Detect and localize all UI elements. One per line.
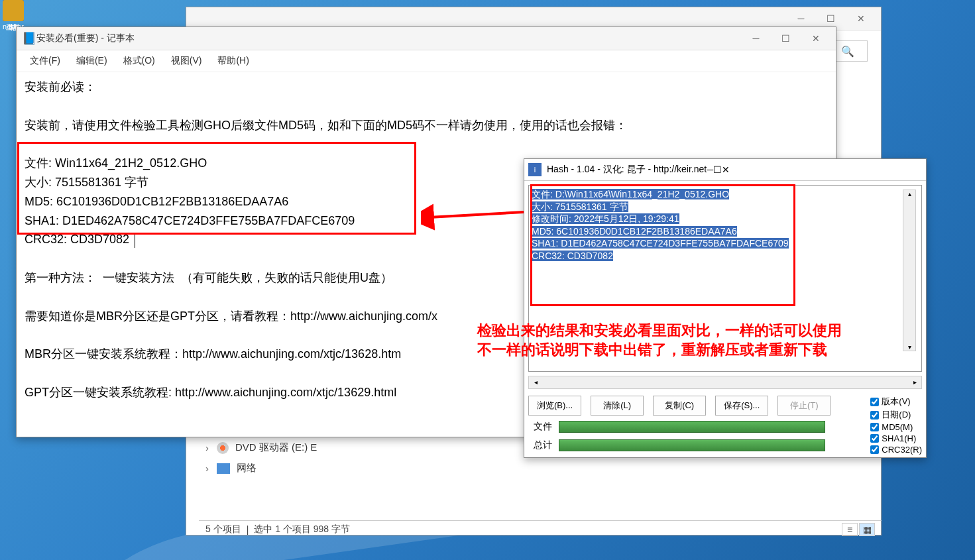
check-crc32[interactable]: CRC32(R) (870, 445, 922, 455)
close-button[interactable]: ✕ (722, 164, 730, 175)
stop-button[interactable]: 停止(T) (777, 396, 831, 416)
text-pre: 安装前必读： 安装前，请使用文件检验工具检测GHO后缀文件MD5码，如和下面的M… (25, 80, 627, 132)
explorer-statusbar: 5 个项目 | 选中 1 个项目 998 字节 ≡ ▦ (199, 520, 882, 538)
hash-line-sha1: SHA1: D1ED462A758C47CE724D3FFE755BA7FDAF… (532, 238, 789, 249)
close-button[interactable]: ✕ (846, 9, 876, 28)
tree-label: DVD 驱动器 (E:) E (235, 441, 317, 454)
hash-window: i Hash - 1.04 - 汉化: 昆子 - http://keir.net… (524, 158, 927, 458)
hash-result-area[interactable]: 文件: D:\Win11x64\Win11x64_21H2_0512.GHO 大… (528, 185, 922, 372)
minimize-button[interactable]: ─ (741, 28, 771, 48)
text-file-block: 文件: Win11x64_21H2_0512.GHO 大小: 751558136… (25, 156, 355, 246)
maximize-button[interactable]: ☐ (816, 9, 846, 28)
tree-label: 网络 (237, 462, 257, 475)
hash-line-crc32: CRC32: CD3D7082 (532, 251, 613, 261)
clear-button[interactable]: 清除(L) (591, 396, 644, 416)
progress-file-label: 文件 (534, 421, 552, 433)
check-version[interactable]: 版本(V) (870, 396, 922, 408)
network-icon (217, 463, 230, 474)
save-button[interactable]: 保存(S)... (715, 396, 768, 416)
minimize-button[interactable]: ─ (786, 9, 816, 28)
maximize-button[interactable]: ☐ (771, 28, 801, 48)
menu-view[interactable]: 视图(V) (163, 53, 210, 69)
progress-total-bar (559, 439, 825, 451)
view-list-icon[interactable]: ≡ (842, 523, 858, 536)
dvd-icon (217, 442, 229, 454)
menu-format[interactable]: 格式(O) (115, 53, 163, 69)
item-count: 5 个项目 (205, 524, 241, 535)
tree-item-network[interactable]: › 网络 (199, 458, 323, 478)
check-md5[interactable]: MD5(M) (870, 422, 922, 432)
browse-button[interactable]: 浏览(B)... (528, 396, 581, 416)
notepad-titlebar[interactable]: 📘 安装必看(重要) - 记事本 ─ ☐ ✕ (17, 27, 836, 50)
scrollbar-vertical[interactable]: ▴ ▾ (903, 190, 916, 351)
text-post: 第一种方法： 一键安装方法 （有可能失败，失败的话只能使用U盘） 需要知道你是M… (25, 271, 437, 399)
menu-help[interactable]: 帮助(H) (209, 53, 257, 69)
explorer-tree: › DVD 驱动器 (E:) E › 网络 (199, 437, 323, 478)
window-title: Hash - 1.04 - 汉化: 昆子 - http://keir.net (547, 164, 707, 176)
menu-file[interactable]: 文件(F) (22, 53, 68, 69)
chevron-right-icon[interactable]: › (205, 442, 209, 453)
view-grid-icon[interactable]: ▦ (859, 523, 875, 536)
check-sha1[interactable]: SHA1(H) (870, 433, 922, 443)
hash-line-md5: MD5: 6C101936D0D1CB12F2BB13186EDAA7A6 (532, 226, 737, 237)
check-date[interactable]: 日期(D) (870, 409, 922, 421)
minimize-button[interactable]: ─ (707, 164, 713, 175)
progress-total-label: 总计 (534, 439, 552, 451)
hash-titlebar[interactable]: i Hash - 1.04 - 汉化: 昆子 - http://keir.net… (524, 159, 926, 181)
selection-info: 选中 1 个项目 998 字节 (254, 524, 350, 535)
window-title: 安装必看(重要) - 记事本 (36, 32, 741, 44)
notepad-menubar: 文件(F) 编辑(E) 格式(O) 视图(V) 帮助(H) (17, 50, 836, 72)
progress-file-bar (559, 421, 825, 433)
maximize-button[interactable]: ☐ (713, 164, 722, 175)
search-icon[interactable]: 🔍 (841, 45, 854, 58)
hash-app-icon: i (528, 163, 542, 176)
close-button[interactable]: ✕ (801, 28, 831, 48)
chevron-right-icon[interactable]: › (205, 463, 209, 474)
notepad-icon: 📘 (22, 31, 36, 46)
text-caret (135, 233, 135, 248)
hash-line-size: 大小: 7515581361 字节 (532, 201, 628, 212)
copy-button[interactable]: 复制(C) (653, 396, 706, 416)
hash-line-file: 文件: D:\Win11x64\Win11x64_21H2_0512.GHO (532, 189, 729, 199)
menu-edit[interactable]: 编辑(E) (68, 53, 115, 69)
hash-line-mtime: 修改时间: 2022年5月12日, 19:29:41 (532, 213, 679, 224)
scrollbar-horizontal[interactable]: ◂ ▸ (528, 376, 922, 389)
tree-item-dvd[interactable]: › DVD 驱动器 (E:) E (199, 437, 323, 458)
